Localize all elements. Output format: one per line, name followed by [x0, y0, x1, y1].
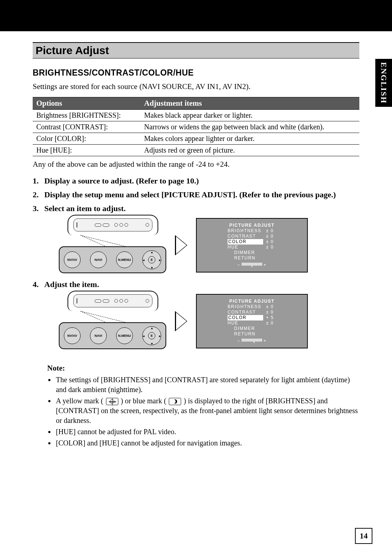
opt-cell: Brightness [BRIGHTNESS]: [33, 110, 140, 121]
opt-cell: Color [COLOR]: [33, 133, 140, 145]
slider-ticks [242, 263, 262, 267]
step-4: Adjust the item. NV/AV NAVI [33, 280, 359, 349]
osd-label: DIMMER [234, 326, 270, 331]
options-table: Options Adjustment items Brightness [BRI… [33, 97, 359, 156]
osd-value: ± 0 [266, 234, 276, 239]
sun-icon [106, 398, 118, 405]
osd-value: ± 0 [266, 228, 276, 234]
osd-label: RETURN [234, 255, 270, 261]
osd-label-selected: COLOR [228, 315, 263, 320]
step-3: Select an item to adjust. NV/AV NA [33, 204, 359, 273]
note-text: A yellow mark ( [56, 397, 103, 405]
desc-cell: Narrows or widens the gap between black … [140, 121, 359, 133]
step-1: Display a source to adjust. (Refer to pa… [33, 176, 359, 186]
osd-value: ± 0 [266, 320, 276, 326]
th-adjustment: Adjustment items [140, 97, 359, 110]
note-text: ) or blue mark ( [121, 397, 167, 405]
osd-screen-2: PICTURE ADJUST BRIGHTNESS± 0 CONTRAST± 0… [196, 294, 308, 348]
nvav-button: NV/AV [64, 251, 81, 268]
nvav-button: NV/AV [64, 327, 81, 344]
osd-value: ± 0 [266, 310, 276, 315]
osd-title: PICTURE ADJUST [229, 223, 275, 228]
navi-button: NAVI [90, 327, 107, 344]
note-item: A yellow mark ( ) or blue mark ( ) is di… [55, 396, 359, 425]
dpad-center: E [148, 332, 155, 339]
arrow-icon [175, 235, 187, 255]
navi-button: NAVI [90, 251, 107, 268]
step-2: Display the setup menu and select [PICTU… [33, 190, 359, 199]
dpad-control: ▴ ▾ ◂ ▸ E [142, 250, 161, 269]
range-note: Any of the above can be adjusted within … [33, 160, 359, 169]
osd-title: PICTURE ADJUST [229, 299, 275, 304]
step-text: Display a source to adjust. (Refer to pa… [44, 176, 199, 185]
osd-label: CONTRAST [228, 234, 263, 239]
osd-label: CONTRAST [228, 310, 263, 315]
page-content: Picture Adjust BRIGHTNESS/CONTRAST/COLOR… [0, 31, 392, 448]
notes-list: The settings of [BRIGHTNESS] and [CONTRA… [55, 375, 359, 448]
osd-value: ± 0 [266, 304, 276, 310]
plus-icon: + [264, 262, 267, 267]
moon-icon [169, 398, 181, 405]
osd-label: HUE [228, 245, 263, 250]
device-diagram: NV/AV NAVI N.MENU ▴ ▾ ◂ ▸ E [59, 293, 166, 349]
dpad-center: E [148, 256, 155, 263]
note-item: [COLOR] and [HUE] cannot be adjusted for… [55, 438, 359, 448]
osd-label: HUE [228, 320, 263, 326]
table-row: Color [COLOR]:Makes colors appear lighte… [33, 133, 359, 145]
opt-cell: Contrast [CONTRAST]: [33, 121, 140, 133]
slider-ticks [242, 339, 262, 343]
table-row: Contrast [CONTRAST]:Narrows or widens th… [33, 121, 359, 133]
top-black-band [0, 0, 392, 31]
osd-value: ± 0 [266, 245, 276, 250]
note-item: The settings of [BRIGHTNESS] and [CONTRA… [55, 375, 359, 395]
osd-label: RETURN [234, 331, 270, 337]
osd-label: BRIGHTNESS [228, 304, 263, 310]
section-bar: Picture Adjust [33, 42, 359, 58]
table-row: Hue [HUE]:Adjusts red or green of pictur… [33, 145, 359, 156]
minus-icon: − [237, 338, 240, 343]
plus-icon: + [264, 338, 267, 343]
arrow-icon [175, 311, 187, 331]
desc-cell: Makes black appear darker or lighter. [140, 110, 359, 121]
osd-value: ± 0 [266, 239, 276, 245]
table-row: Brightness [BRIGHTNESS]:Makes black appe… [33, 110, 359, 121]
note-heading: Note: [47, 364, 359, 373]
nmenu-button: N.MENU [116, 327, 133, 344]
th-options: Options [33, 97, 140, 110]
opt-cell: Hue [HUE]: [33, 145, 140, 156]
subheading: BRIGHTNESS/CONTRAST/COLOR/HUE [33, 68, 359, 78]
step-text: Select an item to adjust. [44, 204, 126, 213]
minus-icon: − [237, 262, 240, 267]
step-text: Display the setup menu and select [PICTU… [44, 190, 336, 199]
nmenu-button: N.MENU [116, 251, 133, 268]
osd-label: DIMMER [234, 250, 270, 255]
desc-cell: Makes colors appear lighter or darker. [140, 133, 359, 145]
intro-text: Settings are stored for each source (NAV… [33, 82, 359, 91]
osd-value: + 5 [266, 315, 276, 320]
osd-label: BRIGHTNESS [228, 228, 263, 234]
osd-screen-1: PICTURE ADJUST BRIGHTNESS± 0 CONTRAST± 0… [196, 218, 308, 273]
page-number: 14 [355, 528, 372, 544]
steps-list: Display a source to adjust. (Refer to pa… [33, 176, 359, 349]
desc-cell: Adjusts red or green of picture. [140, 145, 359, 156]
language-tab: ENGLISH [375, 59, 392, 107]
note-item: [HUE] cannot be adjusted for PAL video. [55, 427, 359, 437]
device-diagram: NV/AV NAVI N.MENU ▴ ▾ ◂ ▸ E [59, 217, 166, 273]
dpad-control: ▴ ▾ ◂ ▸ E [142, 326, 161, 345]
section-title: Picture Adjust [36, 44, 356, 57]
step-text: Adjust the item. [44, 280, 99, 289]
osd-label-selected: COLOR [228, 239, 263, 245]
